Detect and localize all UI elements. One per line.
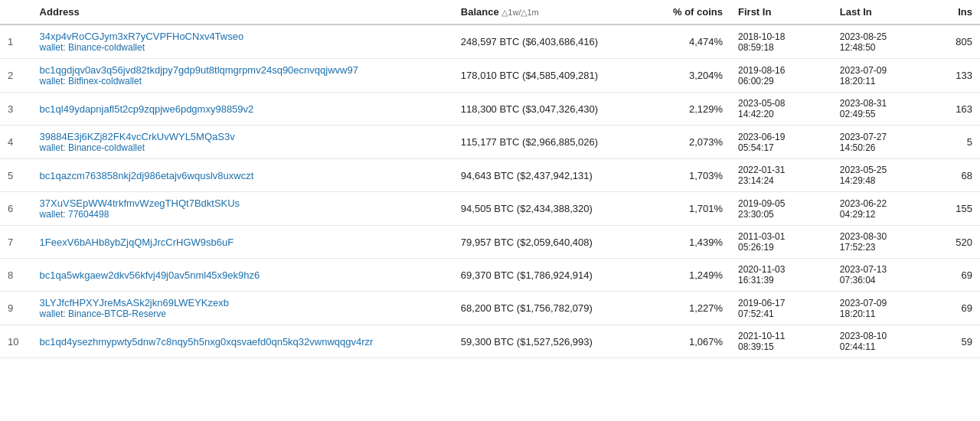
address-link[interactable]: 37XuVSEpWW4trkfmvWzegTHQt7BdktSKUs [40, 197, 446, 209]
row-pct: 1,439% [656, 226, 730, 259]
table-row: 10bc1qd4ysezhmypwty5dnw7c8nqy5h5nxg0xqsv… [0, 325, 980, 358]
row-last-in: 2023-07-09 18:20:11 [832, 59, 934, 93]
table-row: 71FeexV6bAHb8ybZjqQMjJrcCrHGW9sb6uF79,95… [0, 226, 980, 259]
row-balance: 69,370 BTC ($1,786,924,914) [453, 259, 657, 292]
row-pct: 2,073% [656, 126, 730, 159]
row-first-in: 2019-08-16 06:00:29 [730, 59, 832, 93]
row-ins: 163 [934, 93, 980, 126]
table-row: 134xp4vRoCGJym3xR7yCVPFHoCNxv4Twseowalle… [0, 24, 980, 59]
address-link[interactable]: bc1qd4ysezhmypwty5dnw7c8nqy5h5nxg0xqsvae… [40, 336, 446, 348]
address-link[interactable]: bc1qa5wkgaew2dkv56kfvj49j0av5nml45x9ek9h… [40, 269, 446, 281]
row-ins: 59 [934, 325, 980, 358]
row-last-in: 2023-06-22 04:29:12 [832, 192, 934, 226]
address-link[interactable]: 34xp4vRoCGJym3xR7yCVPFHoCNxv4Twseo [40, 31, 446, 42]
row-address-cell: 3LYJfcfHPXYJreMsASk2jkn69LWEYKzexbwallet… [32, 292, 453, 325]
row-balance: 118,300 BTC ($3,047,326,430) [453, 93, 657, 126]
wallet-label[interactable]: wallet: Binance-coldwallet [40, 142, 446, 153]
row-ins: 805 [934, 24, 980, 59]
row-pct: 1,701% [656, 192, 730, 226]
row-first-in: 2023-06-19 05:54:17 [730, 126, 832, 159]
col-header-num [0, 0, 32, 24]
row-number: 2 [0, 59, 32, 93]
row-number: 10 [0, 325, 32, 358]
row-balance: 79,957 BTC ($2,059,640,408) [453, 226, 657, 259]
row-last-in: 2023-07-13 07:36:04 [832, 259, 934, 292]
row-pct: 3,204% [656, 59, 730, 93]
row-first-in: 2011-03-01 05:26:19 [730, 226, 832, 259]
wallet-label[interactable]: wallet: Binance-BTCB-Reserve [40, 308, 446, 319]
table-row: 3bc1ql49ydapnjafl5t2cp9zqpjwe6pdgmxy9885… [0, 93, 980, 126]
row-number: 7 [0, 226, 32, 259]
richlist-table: Address Balance △1w/△1m % of coins First… [0, 0, 980, 358]
table-row: 637XuVSEpWW4trkfmvWzegTHQt7BdktSKUswalle… [0, 192, 980, 226]
row-first-in: 2023-05-08 14:42:20 [730, 93, 832, 126]
row-ins: 5 [934, 126, 980, 159]
row-number: 9 [0, 292, 32, 325]
table-row: 93LYJfcfHPXYJreMsASk2jkn69LWEYKzexbwalle… [0, 292, 980, 325]
row-first-in: 2021-10-11 08:39:15 [730, 325, 832, 358]
col-header-address: Address [32, 0, 453, 24]
row-number: 6 [0, 192, 32, 226]
row-last-in: 2023-08-10 02:44:11 [832, 325, 934, 358]
row-last-in: 2023-05-25 14:29:48 [832, 159, 934, 192]
col-header-lastin: Last In [832, 0, 934, 24]
row-number: 4 [0, 126, 32, 159]
row-ins: 155 [934, 192, 980, 226]
address-link[interactable]: 39884E3j6KZj82FK4vcCrkUvWYL5MQaS3v [40, 131, 446, 142]
address-link[interactable]: 3LYJfcfHPXYJreMsASk2jkn69LWEYKzexb [40, 297, 446, 308]
row-address-cell: bc1qgdjqv0av3q56jvd82tkdjpy7gdp9ut8tlqmg… [32, 59, 453, 93]
row-first-in: 2019-09-05 23:30:05 [730, 192, 832, 226]
row-last-in: 2023-07-27 14:50:26 [832, 126, 934, 159]
row-ins: 520 [934, 226, 980, 259]
row-pct: 1,227% [656, 292, 730, 325]
row-pct: 1,703% [656, 159, 730, 192]
wallet-label[interactable]: wallet: Binance-coldwallet [40, 42, 446, 53]
row-balance: 59,300 BTC ($1,527,526,993) [453, 325, 657, 358]
address-link[interactable]: 1FeexV6bAHb8ybZjqQMjJrcCrHGW9sb6uF [40, 237, 446, 248]
row-address-cell: 34xp4vRoCGJym3xR7yCVPFHoCNxv4Twseowallet… [32, 24, 453, 59]
table-row: 2bc1qgdjqv0av3q56jvd82tkdjpy7gdp9ut8tlqm… [0, 59, 980, 93]
row-pct: 1,249% [656, 259, 730, 292]
row-address-cell: 1FeexV6bAHb8ybZjqQMjJrcCrHGW9sb6uF [32, 226, 453, 259]
row-address-cell: 39884E3j6KZj82FK4vcCrkUvWYL5MQaS3vwallet… [32, 126, 453, 159]
row-number: 5 [0, 159, 32, 192]
row-ins: 68 [934, 159, 980, 192]
address-link[interactable]: bc1qazcm763858nkj2dj986etajv6wquslv8uxwc… [40, 170, 446, 181]
row-balance: 94,643 BTC ($2,437,942,131) [453, 159, 657, 192]
row-first-in: 2022-01-31 23:14:24 [730, 159, 832, 192]
row-first-in: 2019-06-17 07:52:41 [730, 292, 832, 325]
row-address-cell: bc1qa5wkgaew2dkv56kfvj49j0av5nml45x9ek9h… [32, 259, 453, 292]
table-row: 5bc1qazcm763858nkj2dj986etajv6wquslv8uxw… [0, 159, 980, 192]
row-number: 8 [0, 259, 32, 292]
table-row: 8bc1qa5wkgaew2dkv56kfvj49j0av5nml45x9ek9… [0, 259, 980, 292]
wallet-label[interactable]: wallet: 77604498 [40, 209, 446, 220]
row-first-in: 2018-10-18 08:59:18 [730, 24, 832, 59]
row-balance: 115,177 BTC ($2,966,885,026) [453, 126, 657, 159]
col-header-ins: Ins [934, 0, 980, 24]
col-header-balance: Balance △1w/△1m [453, 0, 657, 24]
col-header-firstin: First In [730, 0, 832, 24]
row-balance: 68,200 BTC ($1,756,782,079) [453, 292, 657, 325]
row-balance: 94,505 BTC ($2,434,388,320) [453, 192, 657, 226]
row-first-in: 2020-11-03 16:31:39 [730, 259, 832, 292]
row-address-cell: bc1ql49ydapnjafl5t2cp9zqpjwe6pdgmxy98859… [32, 93, 453, 126]
row-number: 1 [0, 24, 32, 59]
row-address-cell: 37XuVSEpWW4trkfmvWzegTHQt7BdktSKUswallet… [32, 192, 453, 226]
col-header-pct: % of coins [656, 0, 730, 24]
wallet-label[interactable]: wallet: Bitfinex-coldwallet [40, 76, 446, 86]
row-address-cell: bc1qazcm763858nkj2dj986etajv6wquslv8uxwc… [32, 159, 453, 192]
row-balance: 248,597 BTC ($6,403,686,416) [453, 24, 657, 59]
address-link[interactable]: bc1ql49ydapnjafl5t2cp9zqpjwe6pdgmxy98859… [40, 103, 446, 115]
row-balance: 178,010 BTC ($4,585,409,281) [453, 59, 657, 93]
row-number: 3 [0, 93, 32, 126]
row-ins: 133 [934, 59, 980, 93]
row-last-in: 2023-07-09 18:20:11 [832, 292, 934, 325]
row-last-in: 2023-08-25 12:48:50 [832, 24, 934, 59]
row-pct: 1,067% [656, 325, 730, 358]
row-last-in: 2023-08-30 17:52:23 [832, 226, 934, 259]
row-pct: 2,129% [656, 93, 730, 126]
row-ins: 69 [934, 292, 980, 325]
address-link[interactable]: bc1qgdjqv0av3q56jvd82tkdjpy7gdp9ut8tlqmg… [40, 64, 446, 76]
table-row: 439884E3j6KZj82FK4vcCrkUvWYL5MQaS3vwalle… [0, 126, 980, 159]
row-pct: 4,474% [656, 24, 730, 59]
